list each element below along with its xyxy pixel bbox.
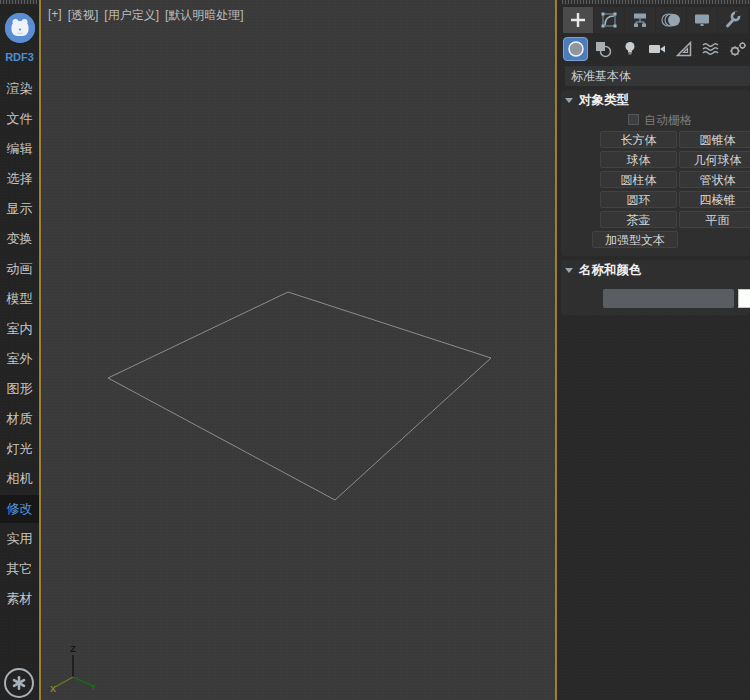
motion-icon — [660, 10, 682, 30]
create-icon — [568, 10, 588, 30]
teapot-mascot-icon — [5, 13, 35, 43]
rollout-title: 名称和颜色 — [579, 262, 642, 279]
sidebar-item-camera[interactable]: 相机 — [0, 465, 39, 493]
category-geometry[interactable] — [563, 37, 588, 61]
category-shapes[interactable] — [590, 37, 615, 61]
logo-label: RDF3 — [0, 51, 39, 63]
viewport[interactable]: [+] [透视] [用户定义] [默认明暗处理] Z X Y — [39, 0, 557, 700]
tube-button[interactable]: 管状体 — [679, 171, 750, 188]
category-helpers[interactable] — [671, 37, 696, 61]
category-space-warps[interactable] — [698, 37, 723, 61]
sidebar-item-assets[interactable]: 素材 — [0, 585, 39, 613]
light-bulb-icon — [621, 40, 639, 58]
command-panel: 标准基本体 对象类型 自动栅格 长方体 圆锥体 球体 几何球体 圆柱体 管状体 … — [557, 0, 750, 700]
app-logo[interactable] — [5, 13, 35, 43]
world-axis-gizmo: Z X Y — [50, 644, 96, 694]
teapot-button[interactable]: 茶壶 — [600, 211, 677, 228]
geosphere-button[interactable]: 几何球体 — [679, 151, 750, 168]
object-type-rollout-header[interactable]: 对象类型 — [565, 92, 745, 108]
tab-motion[interactable] — [656, 7, 686, 33]
space-warps-waves-icon — [702, 40, 720, 58]
sidebar-item-shapes[interactable]: 图形 — [0, 375, 39, 403]
primitive-type-dropdown[interactable]: 标准基本体 — [565, 66, 750, 86]
axis-z-label: Z — [70, 644, 76, 654]
category-cameras[interactable] — [644, 37, 669, 61]
top-grip-texture — [562, 0, 750, 4]
sidebar-item-edit[interactable]: 编辑 — [0, 135, 39, 163]
camera-icon — [647, 40, 667, 58]
cylinder-button[interactable]: 圆柱体 — [600, 171, 677, 188]
sidebar-item-material[interactable]: 材质 — [0, 405, 39, 433]
box-button[interactable]: 长方体 — [600, 131, 677, 148]
top-grip-texture — [0, 0, 37, 4]
helpers-setsquare-icon — [675, 40, 693, 58]
cone-button[interactable]: 圆锥体 — [679, 131, 750, 148]
tab-utilities[interactable] — [718, 7, 748, 33]
sidebar-item-utility[interactable]: 实用 — [0, 525, 39, 553]
utilities-wrench-icon — [723, 10, 743, 30]
tab-modify[interactable] — [594, 7, 624, 33]
sidebar-item-display[interactable]: 显示 — [0, 195, 39, 223]
modify-icon — [599, 10, 619, 30]
pyramid-button[interactable]: 四棱锥 — [679, 191, 750, 208]
name-color-rollout-header[interactable]: 名称和颜色 — [565, 262, 745, 278]
torus-button[interactable]: 圆环 — [600, 191, 677, 208]
collapse-triangle-icon — [565, 268, 573, 273]
sidebar-item-exterior[interactable]: 室外 — [0, 345, 39, 373]
object-name-input[interactable] — [603, 289, 734, 308]
sidebar-item-select[interactable]: 选择 — [0, 165, 39, 193]
object-color-swatch[interactable] — [738, 289, 750, 308]
category-lights[interactable] — [617, 37, 642, 61]
rollout-title: 对象类型 — [579, 92, 629, 109]
category-icons — [563, 37, 750, 61]
settings-button[interactable] — [4, 668, 34, 698]
sidebar-item-transform[interactable]: 变换 — [0, 225, 39, 253]
panel-tabs — [563, 7, 748, 33]
tab-create[interactable] — [563, 7, 593, 33]
systems-gears-icon — [728, 40, 748, 58]
sidebar-item-animation[interactable]: 动画 — [0, 255, 39, 283]
shapes-icon — [594, 40, 612, 58]
autogrid-checkbox[interactable] — [628, 114, 639, 125]
sidebar-item-model[interactable]: 模型 — [0, 285, 39, 313]
sidebar-item-lights[interactable]: 灯光 — [0, 435, 39, 463]
viewport-canvas: Z X Y — [41, 0, 555, 700]
textplus-button[interactable]: 加强型文本 — [592, 231, 678, 248]
plane-button[interactable]: 平面 — [679, 211, 750, 228]
sidebar-item-other[interactable]: 其它 — [0, 555, 39, 583]
app-window: RDF3 渲染 文件 编辑 选择 显示 变换 动画 模型 室内 室外 图形 材质… — [0, 0, 750, 700]
gear-asterisk-icon — [11, 675, 27, 691]
tab-hierarchy[interactable] — [625, 7, 655, 33]
sidebar-item-render[interactable]: 渲染 — [0, 75, 39, 103]
left-sidebar: RDF3 渲染 文件 编辑 选择 显示 变换 动画 模型 室内 室外 图形 材质… — [0, 0, 39, 700]
tab-display[interactable] — [687, 7, 717, 33]
display-icon — [692, 10, 712, 30]
sphere-button[interactable]: 球体 — [600, 151, 677, 168]
hierarchy-icon — [630, 10, 650, 30]
collapse-triangle-icon — [565, 98, 573, 103]
autogrid-label: 自动栅格 — [644, 112, 692, 129]
plane-wireframe[interactable] — [108, 292, 491, 500]
sidebar-item-modify[interactable]: 修改 — [0, 495, 39, 523]
sidebar-item-file[interactable]: 文件 — [0, 105, 39, 133]
axis-y-label: Y — [90, 682, 96, 692]
axis-x-label: X — [50, 684, 56, 694]
category-systems[interactable] — [725, 37, 750, 61]
geometry-sphere-icon — [567, 40, 585, 58]
sidebar-item-interior[interactable]: 室内 — [0, 315, 39, 343]
